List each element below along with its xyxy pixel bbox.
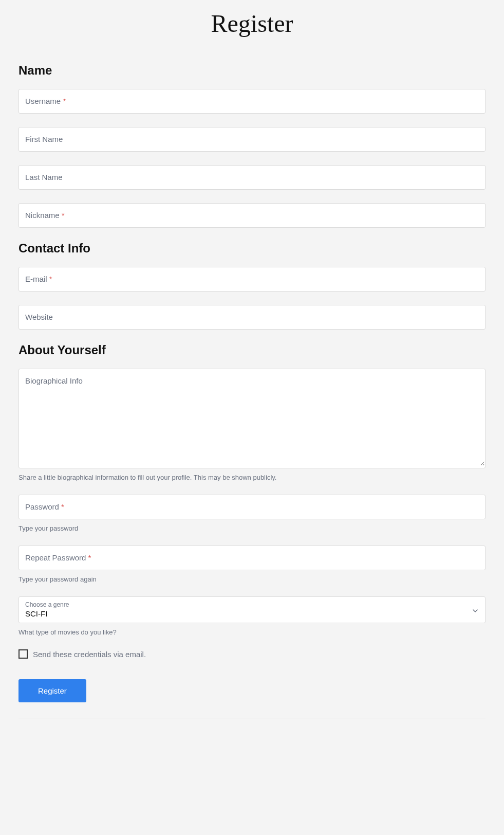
section-heading-name: Name	[18, 63, 486, 78]
divider	[18, 718, 486, 718]
genre-select[interactable]: SCI-FI	[25, 609, 479, 618]
send-email-checkbox[interactable]	[18, 649, 28, 659]
repeat-password-field-wrap: Repeat Password *	[18, 546, 486, 570]
last-name-field-wrap: Last Name	[18, 165, 486, 190]
section-heading-about: About Yourself	[18, 343, 486, 357]
genre-helper: What type of movies do you like?	[18, 628, 486, 636]
repeat-password-input[interactable]	[19, 546, 485, 570]
nickname-field-wrap: Nickname *	[18, 203, 486, 228]
send-email-checkbox-label[interactable]: Send these credentials via email.	[33, 650, 146, 659]
bio-field-wrap: Biographical Info	[18, 369, 486, 468]
password-field-wrap: Password *	[18, 495, 486, 519]
website-field-wrap: Website	[18, 305, 486, 330]
password-input[interactable]	[19, 495, 485, 519]
email-input[interactable]	[19, 267, 485, 291]
website-input[interactable]	[19, 305, 485, 329]
password-helper: Type your password	[18, 524, 486, 532]
bio-helper: Share a little biographical information …	[18, 474, 486, 481]
first-name-input[interactable]	[19, 128, 485, 151]
first-name-field-wrap: First Name	[18, 127, 486, 152]
section-heading-contact: Contact Info	[18, 241, 486, 256]
genre-label: Choose a genre	[25, 601, 479, 608]
nickname-input[interactable]	[19, 204, 485, 227]
page-title: Register	[18, 0, 486, 63]
username-input[interactable]	[19, 89, 485, 113]
register-button[interactable]: Register	[18, 679, 86, 702]
last-name-input[interactable]	[19, 166, 485, 189]
genre-select-wrap: Choose a genre SCI-FI	[18, 596, 486, 623]
bio-textarea[interactable]	[19, 369, 485, 466]
repeat-password-helper: Type your password again	[18, 575, 486, 583]
email-field-wrap: E-mail *	[18, 267, 486, 292]
username-field-wrap: Username *	[18, 89, 486, 114]
